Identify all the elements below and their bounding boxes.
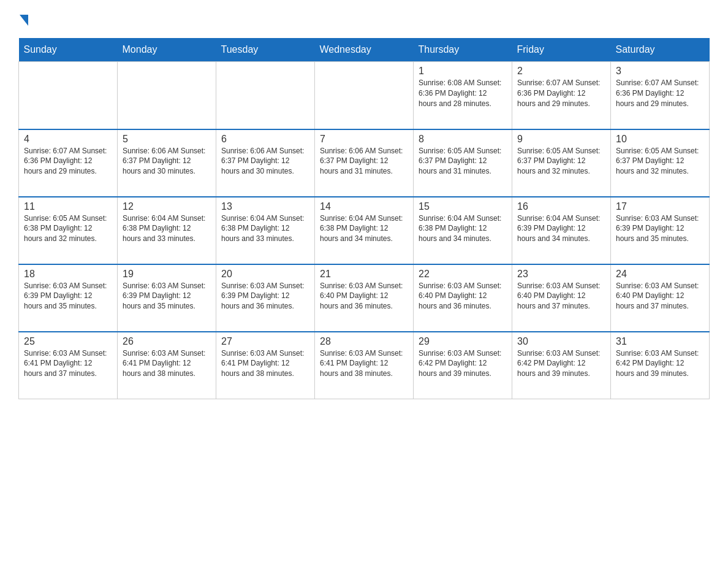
calendar-cell: 4Sunrise: 6:07 AM Sunset: 6:36 PM Daylig…	[19, 129, 118, 197]
calendar-cell: 23Sunrise: 6:03 AM Sunset: 6:40 PM Dayli…	[512, 264, 611, 332]
calendar-cell: 3Sunrise: 6:07 AM Sunset: 6:36 PM Daylig…	[611, 62, 710, 129]
day-number: 11	[24, 201, 112, 212]
calendar-cell: 6Sunrise: 6:06 AM Sunset: 6:37 PM Daylig…	[216, 129, 315, 197]
calendar-cell: 10Sunrise: 6:05 AM Sunset: 6:37 PM Dayli…	[611, 129, 710, 197]
calendar-cell: 16Sunrise: 6:04 AM Sunset: 6:39 PM Dayli…	[512, 197, 611, 264]
calendar-cell: 18Sunrise: 6:03 AM Sunset: 6:39 PM Dayli…	[19, 264, 118, 332]
day-info: Sunrise: 6:03 AM Sunset: 6:39 PM Dayligh…	[24, 281, 112, 312]
day-number: 3	[616, 66, 704, 77]
calendar-cell: 30Sunrise: 6:03 AM Sunset: 6:42 PM Dayli…	[512, 332, 611, 399]
day-number: 30	[517, 336, 605, 347]
col-saturday: Saturday	[611, 38, 710, 62]
day-info: Sunrise: 6:06 AM Sunset: 6:37 PM Dayligh…	[320, 146, 408, 177]
day-number: 8	[419, 134, 507, 145]
day-info: Sunrise: 6:07 AM Sunset: 6:36 PM Dayligh…	[517, 78, 605, 109]
calendar-cell: 28Sunrise: 6:03 AM Sunset: 6:41 PM Dayli…	[315, 332, 414, 399]
day-number: 13	[221, 201, 309, 212]
day-number: 4	[24, 134, 112, 145]
calendar-cell: 20Sunrise: 6:03 AM Sunset: 6:39 PM Dayli…	[216, 264, 315, 332]
calendar-cell: 13Sunrise: 6:04 AM Sunset: 6:38 PM Dayli…	[216, 197, 315, 264]
day-number: 15	[419, 201, 507, 212]
calendar-week-4: 18Sunrise: 6:03 AM Sunset: 6:39 PM Dayli…	[19, 264, 710, 332]
calendar-table: Sunday Monday Tuesday Wednesday Thursday…	[18, 38, 710, 399]
day-info: Sunrise: 6:03 AM Sunset: 6:39 PM Dayligh…	[221, 281, 309, 312]
day-info: Sunrise: 6:03 AM Sunset: 6:41 PM Dayligh…	[221, 348, 309, 379]
day-info: Sunrise: 6:06 AM Sunset: 6:37 PM Dayligh…	[123, 146, 211, 177]
day-info: Sunrise: 6:05 AM Sunset: 6:37 PM Dayligh…	[419, 146, 507, 177]
day-info: Sunrise: 6:07 AM Sunset: 6:36 PM Dayligh…	[24, 146, 112, 177]
calendar-cell	[19, 62, 118, 129]
calendar-cell: 17Sunrise: 6:03 AM Sunset: 6:39 PM Dayli…	[611, 197, 710, 264]
day-info: Sunrise: 6:03 AM Sunset: 6:40 PM Dayligh…	[616, 281, 704, 312]
day-number: 5	[123, 134, 211, 145]
day-number: 25	[24, 336, 112, 347]
day-number: 20	[221, 269, 309, 280]
calendar-week-3: 11Sunrise: 6:05 AM Sunset: 6:38 PM Dayli…	[19, 197, 710, 264]
day-info: Sunrise: 6:04 AM Sunset: 6:39 PM Dayligh…	[517, 213, 605, 244]
day-info: Sunrise: 6:05 AM Sunset: 6:37 PM Dayligh…	[517, 146, 605, 177]
day-number: 23	[517, 269, 605, 280]
day-number: 12	[123, 201, 211, 212]
day-info: Sunrise: 6:03 AM Sunset: 6:42 PM Dayligh…	[616, 348, 704, 379]
day-info: Sunrise: 6:03 AM Sunset: 6:41 PM Dayligh…	[24, 348, 112, 379]
day-number: 2	[517, 66, 605, 77]
col-friday: Friday	[512, 38, 611, 62]
day-info: Sunrise: 6:04 AM Sunset: 6:38 PM Dayligh…	[221, 213, 309, 244]
day-number: 27	[221, 336, 309, 347]
day-info: Sunrise: 6:04 AM Sunset: 6:38 PM Dayligh…	[419, 213, 507, 244]
day-number: 26	[123, 336, 211, 347]
day-info: Sunrise: 6:03 AM Sunset: 6:40 PM Dayligh…	[320, 281, 408, 312]
calendar-cell: 1Sunrise: 6:08 AM Sunset: 6:36 PM Daylig…	[414, 62, 512, 129]
day-number: 22	[419, 269, 507, 280]
day-number: 19	[123, 269, 211, 280]
calendar-cell: 14Sunrise: 6:04 AM Sunset: 6:38 PM Dayli…	[315, 197, 414, 264]
day-number: 10	[616, 134, 704, 145]
day-number: 16	[517, 201, 605, 212]
calendar-cell: 15Sunrise: 6:04 AM Sunset: 6:38 PM Dayli…	[414, 197, 512, 264]
calendar-cell	[216, 62, 315, 129]
calendar-cell	[118, 62, 216, 129]
day-number: 14	[320, 201, 408, 212]
calendar-cell	[315, 62, 414, 129]
day-number: 7	[320, 134, 408, 145]
day-info: Sunrise: 6:08 AM Sunset: 6:36 PM Dayligh…	[419, 78, 507, 109]
day-number: 21	[320, 269, 408, 280]
day-number: 31	[616, 336, 704, 347]
calendar-cell: 2Sunrise: 6:07 AM Sunset: 6:36 PM Daylig…	[512, 62, 611, 129]
calendar-week-5: 25Sunrise: 6:03 AM Sunset: 6:41 PM Dayli…	[19, 332, 710, 399]
day-number: 28	[320, 336, 408, 347]
day-info: Sunrise: 6:03 AM Sunset: 6:41 PM Dayligh…	[123, 348, 211, 379]
calendar-week-1: 1Sunrise: 6:08 AM Sunset: 6:36 PM Daylig…	[19, 62, 710, 129]
calendar-cell: 27Sunrise: 6:03 AM Sunset: 6:41 PM Dayli…	[216, 332, 315, 399]
col-thursday: Thursday	[414, 38, 512, 62]
day-number: 18	[24, 269, 112, 280]
calendar-cell: 31Sunrise: 6:03 AM Sunset: 6:42 PM Dayli…	[611, 332, 710, 399]
day-info: Sunrise: 6:03 AM Sunset: 6:42 PM Dayligh…	[419, 348, 507, 379]
calendar-cell: 12Sunrise: 6:04 AM Sunset: 6:38 PM Dayli…	[118, 197, 216, 264]
header-row: Sunday Monday Tuesday Wednesday Thursday…	[19, 38, 710, 62]
calendar-cell: 9Sunrise: 6:05 AM Sunset: 6:37 PM Daylig…	[512, 129, 611, 197]
calendar-cell: 29Sunrise: 6:03 AM Sunset: 6:42 PM Dayli…	[414, 332, 512, 399]
day-info: Sunrise: 6:04 AM Sunset: 6:38 PM Dayligh…	[320, 213, 408, 244]
col-sunday: Sunday	[19, 38, 118, 62]
day-info: Sunrise: 6:03 AM Sunset: 6:40 PM Dayligh…	[419, 281, 507, 312]
calendar-cell: 21Sunrise: 6:03 AM Sunset: 6:40 PM Dayli…	[315, 264, 414, 332]
calendar-week-2: 4Sunrise: 6:07 AM Sunset: 6:36 PM Daylig…	[19, 129, 710, 197]
day-number: 29	[419, 336, 507, 347]
day-info: Sunrise: 6:03 AM Sunset: 6:42 PM Dayligh…	[517, 348, 605, 379]
calendar-cell: 8Sunrise: 6:05 AM Sunset: 6:37 PM Daylig…	[414, 129, 512, 197]
calendar-cell: 24Sunrise: 6:03 AM Sunset: 6:40 PM Dayli…	[611, 264, 710, 332]
calendar-cell: 11Sunrise: 6:05 AM Sunset: 6:38 PM Dayli…	[19, 197, 118, 264]
day-info: Sunrise: 6:03 AM Sunset: 6:41 PM Dayligh…	[320, 348, 408, 379]
day-info: Sunrise: 6:07 AM Sunset: 6:36 PM Dayligh…	[616, 78, 704, 109]
day-number: 17	[616, 201, 704, 212]
page-header	[18, 12, 710, 26]
calendar-cell: 25Sunrise: 6:03 AM Sunset: 6:41 PM Dayli…	[19, 332, 118, 399]
col-tuesday: Tuesday	[216, 38, 315, 62]
day-info: Sunrise: 6:03 AM Sunset: 6:40 PM Dayligh…	[517, 281, 605, 312]
calendar-cell: 19Sunrise: 6:03 AM Sunset: 6:39 PM Dayli…	[118, 264, 216, 332]
col-wednesday: Wednesday	[315, 38, 414, 62]
col-monday: Monday	[118, 38, 216, 62]
day-info: Sunrise: 6:04 AM Sunset: 6:38 PM Dayligh…	[123, 213, 211, 244]
calendar-cell: 26Sunrise: 6:03 AM Sunset: 6:41 PM Dayli…	[118, 332, 216, 399]
